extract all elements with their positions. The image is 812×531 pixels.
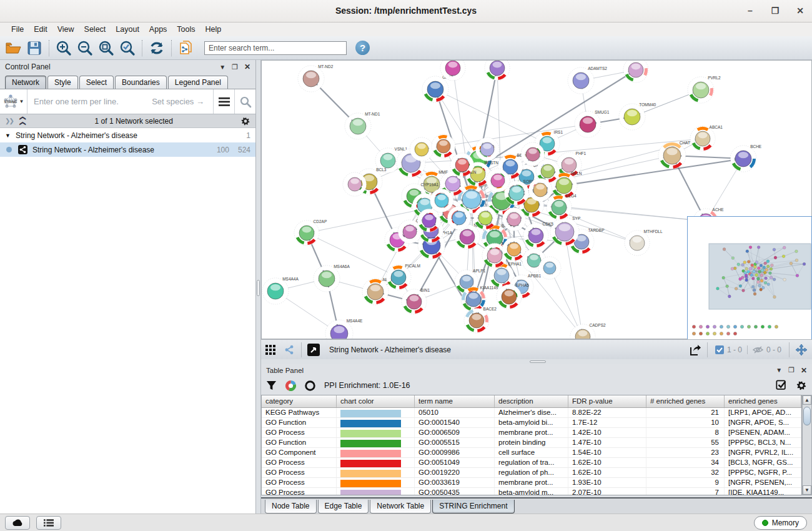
scroll-up-button[interactable]: ▲ [803,395,811,405]
tab-style[interactable]: Style [47,76,78,89]
tab-node-table[interactable]: Node Table [265,500,317,514]
column-header-term-name[interactable]: term name [415,395,495,407]
zoom-in-button[interactable] [54,39,73,57]
svg-text:BACE2: BACE2 [483,307,497,311]
table-row[interactable]: GO ProcessGO:0033619membrane prot...1.93… [262,478,801,488]
table-row[interactable]: GO ProcessGO:0006509membrane prot...1.42… [262,428,801,438]
table-row[interactable]: GO ProcessGO:0050435beta-amyloid m...2.0… [262,488,801,495]
gear-icon[interactable] [240,116,250,126]
table-cell: 55 [646,438,725,447]
open-session-button[interactable] [4,39,22,57]
table-row[interactable]: GO ProcessGO:0019220regulation of ph...1… [262,468,801,478]
menu-select[interactable]: Select [79,25,111,34]
set-species-link[interactable]: Set species → [152,97,213,106]
table-cell: GO:0009986 [415,448,495,457]
filter-icon[interactable] [266,380,277,391]
menu-tools[interactable]: Tools [172,25,200,34]
float-panel-icon[interactable]: ❐ [788,366,795,374]
collection-count: 1 [237,131,250,140]
maximize-button[interactable]: ❐ [770,5,781,16]
birdseye-toggle-button[interactable] [305,342,322,357]
collapse-all-icon[interactable]: ❯❯ [19,116,26,126]
menu-apps[interactable]: Apps [144,25,172,34]
title-bar: Session: /tmp/enrichmentTest.cys – ❐ ✕ [0,0,812,22]
column-header-chart-color[interactable]: chart color [337,395,415,407]
table-row[interactable]: GO ProcessGO:0051049regulation of tra...… [262,458,801,468]
scroll-down-button[interactable]: ▼ [803,485,811,495]
horizontal-splitter[interactable] [261,359,812,364]
refresh-button[interactable] [147,39,166,57]
string-database-selector[interactable]: STRING ▼ [0,89,27,114]
tab-boundaries[interactable]: Boundaries [115,76,167,89]
export-view-button[interactable] [687,342,703,357]
menu-view[interactable]: View [52,25,79,34]
column-header-category[interactable]: category [262,395,337,407]
table-row[interactable]: GO FunctionGO:0001540beta-amyloid bi...1… [262,418,801,428]
memory-indicator[interactable]: Memory [754,516,807,530]
table-cell: [PPP5C, NGFR, P... [725,468,801,477]
navigator-button[interactable] [793,342,810,357]
select-columns-icon[interactable] [776,380,787,391]
task-history-button[interactable] [36,516,61,530]
splitter-grip[interactable] [530,360,546,363]
save-session-button[interactable] [25,39,44,57]
close-panel-icon[interactable]: ✕ [244,62,250,71]
string-options-button[interactable] [213,89,234,114]
network-name: String Network - Alzheimer's disease [32,146,208,154]
column-header-enriched-genes[interactable]: enriched genes [725,395,801,407]
tab-edge-table[interactable]: Edge Table [318,500,369,514]
table-cell: 1.62E-10 [568,458,646,467]
tab-legend-panel[interactable]: Legend Panel [168,76,228,89]
svg-text:MS4A4E: MS4A4E [347,319,363,323]
search-icon [239,96,252,108]
table-scrollbar[interactable]: ▲ ▼ [802,395,812,495]
import-network-button[interactable] [177,39,196,57]
minimize-button[interactable]: – [745,5,756,16]
tree-expander-icon[interactable]: ▼ [5,132,11,139]
vertical-splitter[interactable] [256,60,261,514]
tab-select[interactable]: Select [79,76,114,89]
donut-chart-icon[interactable] [285,380,296,391]
panel-menu-icon[interactable]: ▼ [776,367,782,374]
help-icon[interactable]: ? [355,41,370,55]
table-row[interactable]: GO ComponentGO:0009986cell surface1.54E-… [262,448,801,458]
view-share-button[interactable] [281,342,297,357]
float-panel-icon[interactable]: ❐ [232,63,238,71]
string-dropdown-caret-icon: ▼ [19,99,24,104]
zoom-fit-button[interactable] [97,39,116,57]
birds-eye-view[interactable] [687,216,812,340]
table-cell: GO:0019220 [415,468,495,477]
menu-layout[interactable]: Layout [111,25,144,34]
column-header-description[interactable]: description [495,395,568,407]
panel-menu-icon[interactable]: ▼ [219,64,225,71]
menu-help[interactable]: Help [201,25,227,34]
network-collection-row[interactable]: ▼ String Network - Alzheimer's disease 1 [0,128,255,142]
view-grid-button[interactable] [262,342,279,357]
network-row-selected[interactable]: String Network - Alzheimer's disease 100… [0,142,255,157]
automation-status-button[interactable] [5,516,30,530]
column-header-enriched-genes[interactable]: # enriched genes [646,395,725,407]
splitter-grip[interactable] [257,280,260,296]
ring-chart-icon[interactable] [305,380,315,391]
string-query-input[interactable]: Enter one term per line. [27,97,152,106]
table-cell: membrane prot... [495,428,568,437]
search-input[interactable] [204,41,347,55]
zoom-out-button[interactable] [76,39,94,57]
tab-network-table[interactable]: Network Table [370,500,431,514]
tab-string-enrichment[interactable]: STRING Enrichment [432,500,514,514]
svg-text:STRING: STRING [4,100,17,104]
tab-network[interactable]: Network [5,76,46,89]
network-node-count: 100 [208,146,229,154]
column-header-FDR-p-value[interactable]: FDR p-value [568,395,646,407]
scrollbar-thumb[interactable] [803,407,811,425]
close-button[interactable]: ✕ [795,5,806,16]
table-row[interactable]: GO FunctionGO:0005515protein binding1.47… [262,438,801,448]
table-settings-gear-icon[interactable] [796,380,807,391]
menu-edit[interactable]: Edit [29,25,52,34]
table-row[interactable]: KEGG Pathways05010Alzheimer's dise...8.8… [262,408,801,418]
zoom-selected-button[interactable] [118,39,137,57]
close-panel-icon[interactable]: ✕ [801,366,807,375]
menu-file[interactable]: File [6,25,29,34]
expand-all-icon[interactable]: ❯❯ [5,117,13,124]
string-search-button[interactable] [234,89,255,114]
